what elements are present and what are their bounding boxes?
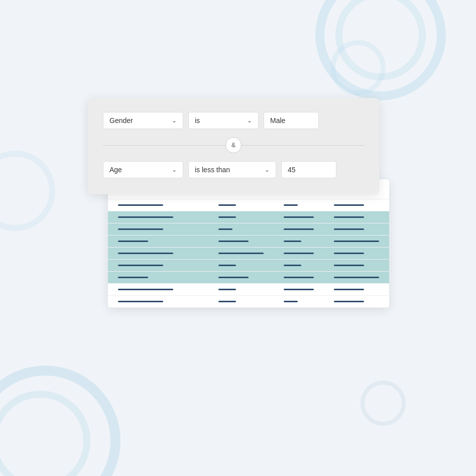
table-row [108,223,389,235]
operator-dropdown-is[interactable]: is ⌄ [188,112,259,129]
results-table: E-mail Address Name Age Added on [108,179,389,308]
table-row [108,296,389,308]
value-text-age: 45 [288,166,296,174]
operator-dropdown-less-than-label: is less than [195,166,230,174]
chevron-down-icon: ⌄ [247,117,252,124]
chevron-down-icon: ⌄ [172,117,177,124]
table-row [108,199,389,211]
value-input-age[interactable]: 45 [281,161,336,178]
table-row [108,284,389,296]
chevron-down-icon: ⌄ [172,166,177,173]
table-row [108,235,389,248]
operator-dropdown-is-label: is [195,116,200,125]
field-dropdown-gender-label: Gender [109,116,133,125]
table-row [108,211,389,223]
and-label: & [231,142,235,149]
filter-row-2: Age ⌄ is less than ⌄ 45 [103,161,364,178]
filter-row-1: Gender ⌄ is ⌄ Male [103,112,364,129]
field-dropdown-age-label: Age [109,166,122,174]
and-divider: & [103,137,364,153]
table-row [108,272,389,284]
field-dropdown-gender[interactable]: Gender ⌄ [103,112,183,129]
table-row [108,260,389,272]
field-dropdown-age[interactable]: Age ⌄ [103,161,183,178]
value-input-male[interactable]: Male [264,112,319,129]
filter-panel: Gender ⌄ is ⌄ Male & Age ⌄ is l [88,98,379,194]
and-badge: & [225,137,242,153]
value-text-male: Male [270,116,285,125]
chevron-down-icon: ⌄ [265,166,270,173]
ui-container: Gender ⌄ is ⌄ Male & Age ⌄ is l [78,98,389,308]
operator-dropdown-less-than[interactable]: is less than ⌄ [188,161,276,178]
table-row [108,248,389,260]
